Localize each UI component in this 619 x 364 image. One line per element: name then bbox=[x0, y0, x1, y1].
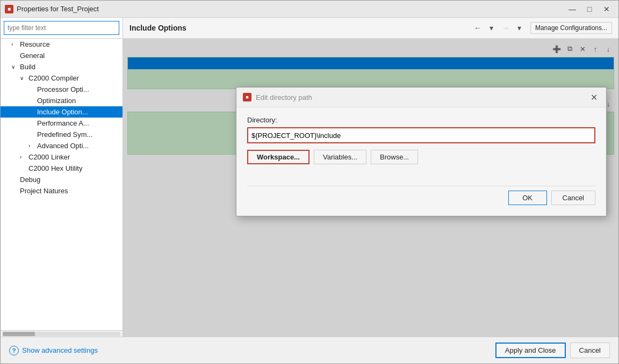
filter-box bbox=[1, 18, 123, 39]
main-window: ■ Properties for Test_Project — □ ✕ › Re… bbox=[0, 0, 619, 364]
sidebar-item-project-natures[interactable]: Project Natures bbox=[1, 185, 123, 196]
sidebar-item-debug[interactable]: Debug bbox=[1, 174, 123, 185]
bottom-bar: ? Show advanced settings Apply and Close… bbox=[1, 337, 618, 363]
back-dropdown-button[interactable]: ▾ bbox=[485, 22, 498, 34]
modal-overlay: ■ Edit directory path ✕ Directory: bbox=[123, 39, 618, 337]
modal-body: Directory: Workspace... Variables... Bro… bbox=[236, 107, 606, 216]
sidebar-item-label: Processor Opti... bbox=[37, 85, 89, 93]
sidebar-item-predefined-sym[interactable]: Predefined Sym... bbox=[1, 129, 123, 140]
close-button[interactable]: ✕ bbox=[599, 3, 614, 15]
directory-input[interactable] bbox=[248, 128, 594, 142]
back-button[interactable]: ← bbox=[471, 22, 484, 34]
right-panel: Include Options ← ▾ → ▾ Manage Configura… bbox=[123, 18, 618, 337]
modal-action-buttons: Workspace... Variables... Browse... bbox=[247, 150, 595, 164]
expand-arrow: ∨ bbox=[11, 64, 18, 70]
expand-arrow: › bbox=[28, 143, 35, 149]
bottom-left: ? Show advanced settings bbox=[9, 346, 98, 355]
sidebar-item-label: Include Option... bbox=[37, 108, 88, 116]
modal-close-button[interactable]: ✕ bbox=[588, 92, 600, 103]
modal-footer: OK Cancel bbox=[247, 186, 595, 205]
expand-arrow: ∨ bbox=[20, 75, 26, 81]
modal-title-bar: ■ Edit directory path ✕ bbox=[236, 88, 606, 107]
sidebar-item-performance[interactable]: Performance A... bbox=[1, 118, 123, 129]
sidebar-scrollbar[interactable] bbox=[1, 330, 123, 337]
sidebar-item-processor-options[interactable]: Processor Opti... bbox=[1, 84, 123, 95]
sidebar-item-resource[interactable]: › Resource bbox=[1, 39, 123, 50]
help-icon[interactable]: ? bbox=[9, 346, 19, 355]
minimize-button[interactable]: — bbox=[565, 3, 580, 15]
sidebar-item-label: Advanced Opti... bbox=[37, 142, 89, 150]
sidebar-item-advanced-opti[interactable]: › Advanced Opti... bbox=[1, 140, 123, 151]
expand-arrow: › bbox=[20, 154, 26, 160]
window-title: Properties for Test_Project bbox=[17, 5, 565, 13]
modal-cancel-button[interactable]: Cancel bbox=[551, 191, 595, 205]
maximize-button[interactable]: □ bbox=[582, 3, 597, 15]
sidebar-item-optimization[interactable]: Optimization bbox=[1, 95, 123, 106]
sidebar-item-label: C2000 Compiler bbox=[28, 74, 79, 82]
main-content: › Resource General ∨ Build ∨ C2000 Compi… bbox=[1, 18, 618, 337]
expand-arrow: › bbox=[11, 41, 18, 47]
sidebar-item-build[interactable]: ∨ Build bbox=[1, 61, 123, 72]
sidebar-item-label: General bbox=[20, 52, 45, 60]
sidebar-item-c2000-linker[interactable]: › C2000 Linker bbox=[1, 151, 123, 163]
workspace-button[interactable]: Workspace... bbox=[247, 150, 310, 164]
window-controls: — □ ✕ bbox=[565, 3, 614, 15]
sidebar: › Resource General ∨ Build ∨ C2000 Compi… bbox=[1, 18, 123, 337]
sidebar-item-include-option[interactable]: Include Option... bbox=[1, 106, 123, 118]
sidebar-item-label: Project Natures bbox=[20, 187, 68, 195]
forward-dropdown-button[interactable]: ▾ bbox=[513, 22, 526, 34]
sidebar-item-label: Predefined Sym... bbox=[37, 130, 92, 139]
sidebar-item-label: Debug bbox=[20, 176, 40, 184]
advanced-settings-link[interactable]: Show advanced settings bbox=[22, 346, 98, 354]
modal-title: Edit directory path bbox=[256, 93, 312, 101]
directory-label: Directory: bbox=[247, 116, 595, 124]
title-bar: ■ Properties for Test_Project — □ ✕ bbox=[1, 1, 618, 18]
page-title: Include Options bbox=[129, 24, 186, 32]
sidebar-item-label: C2000 Linker bbox=[28, 153, 70, 161]
hscroll-thumb[interactable] bbox=[3, 332, 35, 336]
forward-button[interactable]: → bbox=[499, 22, 512, 34]
manage-configurations-button[interactable]: Manage Configurations... bbox=[530, 22, 612, 34]
sidebar-item-label: Build bbox=[20, 63, 35, 71]
modal-app-icon: ■ bbox=[243, 93, 251, 101]
variables-button[interactable]: Variables... bbox=[314, 150, 366, 164]
browse-button[interactable]: Browse... bbox=[371, 150, 418, 164]
app-icon: ■ bbox=[5, 5, 13, 13]
sidebar-item-label: C2000 Hex Utility bbox=[28, 164, 82, 172]
modal-dialog: ■ Edit directory path ✕ Directory: bbox=[236, 87, 607, 216]
apply-close-button[interactable]: Apply and Close bbox=[495, 343, 566, 358]
right-header: Include Options ← ▾ → ▾ Manage Configura… bbox=[123, 18, 618, 39]
sidebar-item-c2000-hex[interactable]: C2000 Hex Utility bbox=[1, 163, 123, 174]
sidebar-item-general[interactable]: General bbox=[1, 50, 123, 61]
sidebar-item-c2000-compiler[interactable]: ∨ C2000 Compiler bbox=[1, 72, 123, 84]
nav-icons: ← ▾ → ▾ bbox=[471, 22, 526, 34]
hscroll-track bbox=[3, 332, 120, 336]
bottom-right: Apply and Close Cancel bbox=[495, 343, 610, 358]
filter-input[interactable] bbox=[4, 21, 119, 35]
right-body: ➕ ⧉ ✕ ↑ ↓ ➕ ⧉ ✕ ↑ ↓ bbox=[123, 39, 618, 337]
directory-input-row bbox=[247, 127, 595, 143]
modal-ok-button[interactable]: OK bbox=[508, 191, 547, 205]
sidebar-item-label: Optimization bbox=[37, 97, 76, 105]
cancel-button[interactable]: Cancel bbox=[570, 343, 610, 358]
tree-area: › Resource General ∨ Build ∨ C2000 Compi… bbox=[1, 39, 123, 330]
modal-title-left: ■ Edit directory path bbox=[243, 93, 312, 101]
sidebar-item-label: Resource bbox=[20, 40, 50, 48]
sidebar-item-label: Performance A... bbox=[37, 119, 89, 127]
